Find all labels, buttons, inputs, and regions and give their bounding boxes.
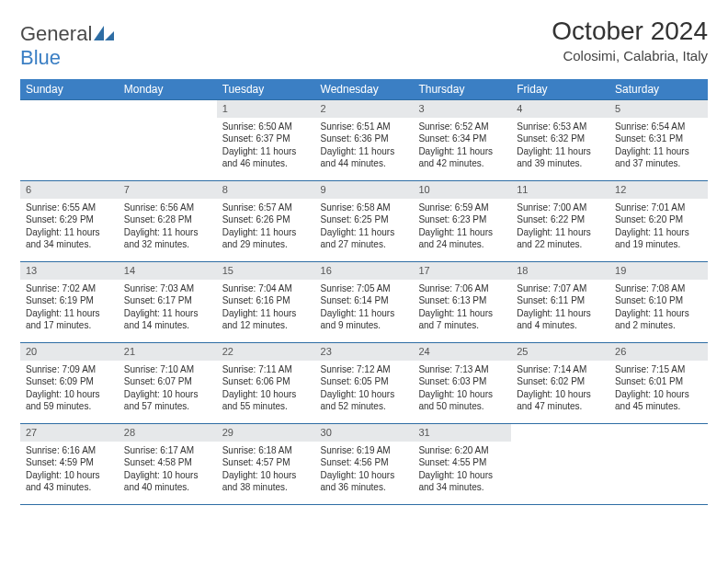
- day-dl: Daylight: 10 hours and 59 minutes.: [26, 388, 113, 413]
- day-dl: Daylight: 10 hours and 45 minutes.: [615, 388, 702, 413]
- logo-text: General Blue: [20, 22, 114, 70]
- day-sr: Sunrise: 6:50 AM: [222, 121, 310, 133]
- day-number: 22: [217, 343, 315, 361]
- day-dl: Daylight: 11 hours and 22 minutes.: [517, 226, 604, 251]
- day-sr: Sunrise: 7:13 AM: [418, 363, 506, 376]
- day-ss: Sunset: 6:06 PM: [222, 375, 310, 388]
- day-ss: Sunset: 6:25 PM: [321, 213, 408, 226]
- day-content: Sunrise: 6:16 AMSunset: 4:59 PMDaylight:…: [20, 442, 119, 496]
- day-number: 18: [511, 262, 609, 280]
- day-sr: Sunrise: 7:15 AM: [615, 363, 702, 376]
- location: Colosimi, Calabria, Italy: [552, 48, 708, 63]
- day-sr: Sunrise: 7:03 AM: [124, 282, 211, 295]
- day-ss: Sunset: 6:32 PM: [517, 132, 604, 145]
- calendar-cell: 26Sunrise: 7:15 AMSunset: 6:01 PMDayligh…: [609, 343, 708, 424]
- day-number: 20: [20, 343, 119, 361]
- day-sr: Sunrise: 7:05 AM: [321, 282, 408, 295]
- day-number: 3: [413, 100, 511, 118]
- day-number: 17: [413, 262, 511, 280]
- calendar-cell: 22Sunrise: 7:11 AMSunset: 6:06 PMDayligh…: [217, 343, 315, 424]
- day-dl: Daylight: 11 hours and 39 minutes.: [517, 145, 604, 170]
- calendar-cell: 27Sunrise: 6:16 AMSunset: 4:59 PMDayligh…: [20, 424, 119, 505]
- calendar-cell: 11Sunrise: 7:00 AMSunset: 6:22 PMDayligh…: [511, 181, 609, 262]
- day-sr: Sunrise: 7:12 AM: [321, 363, 408, 376]
- day-sr: Sunrise: 7:04 AM: [222, 282, 310, 295]
- day-sr: Sunrise: 7:11 AM: [222, 363, 310, 376]
- day-sr: Sunrise: 7:10 AM: [124, 363, 211, 376]
- day-content: Sunrise: 6:51 AMSunset: 6:36 PMDaylight:…: [315, 118, 414, 172]
- sail-icon: [94, 22, 114, 45]
- weekday-header: Wednesday: [315, 79, 414, 100]
- svg-marker-0: [94, 26, 104, 40]
- day-number: 29: [217, 424, 315, 442]
- day-sr: Sunrise: 6:59 AM: [418, 201, 506, 214]
- day-sr: Sunrise: 6:56 AM: [124, 201, 211, 214]
- day-ss: Sunset: 6:29 PM: [26, 213, 113, 226]
- calendar-row: 20Sunrise: 7:09 AMSunset: 6:09 PMDayligh…: [20, 343, 708, 424]
- day-content: Sunrise: 6:54 AMSunset: 6:31 PMDaylight:…: [609, 118, 708, 172]
- calendar-cell: 25Sunrise: 7:14 AMSunset: 6:02 PMDayligh…: [511, 343, 609, 424]
- day-ss: Sunset: 4:59 PM: [26, 456, 113, 469]
- day-ss: Sunset: 6:31 PM: [615, 132, 702, 145]
- day-number: 13: [20, 262, 119, 280]
- calendar-row: 6Sunrise: 6:55 AMSunset: 6:29 PMDaylight…: [20, 181, 708, 262]
- calendar-cell: 7Sunrise: 6:56 AMSunset: 6:28 PMDaylight…: [119, 181, 217, 262]
- month-title: October 2024: [552, 17, 708, 46]
- calendar-row: 1Sunrise: 6:50 AMSunset: 6:37 PMDaylight…: [20, 100, 708, 181]
- logo-text-part2: Blue: [20, 46, 61, 69]
- day-number: 7: [119, 181, 217, 199]
- calendar-cell: 18Sunrise: 7:07 AMSunset: 6:11 PMDayligh…: [511, 262, 609, 343]
- day-number: 21: [119, 343, 217, 361]
- day-sr: Sunrise: 6:16 AM: [26, 444, 113, 457]
- calendar-cell: 16Sunrise: 7:05 AMSunset: 6:14 PMDayligh…: [315, 262, 414, 343]
- day-ss: Sunset: 6:01 PM: [615, 375, 702, 388]
- calendar-cell: 12Sunrise: 7:01 AMSunset: 6:20 PMDayligh…: [609, 181, 708, 262]
- day-number: 16: [315, 262, 414, 280]
- calendar-cell: [119, 100, 217, 181]
- calendar-body: 1Sunrise: 6:50 AMSunset: 6:37 PMDaylight…: [20, 100, 708, 505]
- svg-marker-1: [105, 31, 114, 40]
- day-number: 24: [413, 343, 511, 361]
- day-dl: Daylight: 11 hours and 2 minutes.: [615, 307, 702, 332]
- day-content: Sunrise: 7:10 AMSunset: 6:07 PMDaylight:…: [119, 361, 217, 415]
- day-sr: Sunrise: 7:09 AM: [26, 363, 113, 376]
- day-number: 23: [315, 343, 414, 361]
- day-content: Sunrise: 6:56 AMSunset: 6:28 PMDaylight:…: [119, 199, 217, 253]
- day-content: Sunrise: 7:07 AMSunset: 6:11 PMDaylight:…: [511, 280, 609, 334]
- day-dl: Daylight: 10 hours and 40 minutes.: [124, 469, 211, 494]
- day-ss: Sunset: 6:07 PM: [124, 375, 211, 388]
- day-ss: Sunset: 6:20 PM: [615, 213, 702, 226]
- day-ss: Sunset: 6:13 PM: [418, 294, 506, 307]
- day-dl: Daylight: 11 hours and 7 minutes.: [418, 307, 506, 332]
- day-dl: Daylight: 11 hours and 19 minutes.: [615, 226, 702, 251]
- calendar-row: 13Sunrise: 7:02 AMSunset: 6:19 PMDayligh…: [20, 262, 708, 343]
- day-dl: Daylight: 11 hours and 29 minutes.: [222, 226, 310, 251]
- weekday-header: Sunday: [20, 79, 119, 100]
- day-content: Sunrise: 7:00 AMSunset: 6:22 PMDaylight:…: [511, 199, 609, 253]
- day-sr: Sunrise: 6:20 AM: [418, 444, 506, 457]
- calendar-cell: 9Sunrise: 6:58 AMSunset: 6:25 PMDaylight…: [315, 181, 414, 262]
- day-dl: Daylight: 11 hours and 17 minutes.: [26, 307, 113, 332]
- calendar-cell: 31Sunrise: 6:20 AMSunset: 4:55 PMDayligh…: [413, 424, 511, 505]
- day-dl: Daylight: 10 hours and 38 minutes.: [222, 469, 310, 494]
- day-ss: Sunset: 6:34 PM: [418, 132, 506, 145]
- day-dl: Daylight: 10 hours and 36 minutes.: [321, 469, 408, 494]
- day-dl: Daylight: 10 hours and 34 minutes.: [418, 469, 506, 494]
- day-content: Sunrise: 7:03 AMSunset: 6:17 PMDaylight:…: [119, 280, 217, 334]
- calendar-header: SundayMondayTuesdayWednesdayThursdayFrid…: [20, 79, 708, 100]
- weekday-header: Thursday: [413, 79, 511, 100]
- day-dl: Daylight: 11 hours and 12 minutes.: [222, 307, 310, 332]
- day-dl: Daylight: 10 hours and 57 minutes.: [124, 388, 211, 413]
- calendar-cell: 3Sunrise: 6:52 AMSunset: 6:34 PMDaylight…: [413, 100, 511, 181]
- weekday-header: Monday: [119, 79, 217, 100]
- day-sr: Sunrise: 6:17 AM: [124, 444, 211, 457]
- day-ss: Sunset: 6:19 PM: [26, 294, 113, 307]
- day-sr: Sunrise: 6:18 AM: [222, 444, 310, 457]
- day-content: Sunrise: 6:58 AMSunset: 6:25 PMDaylight:…: [315, 199, 414, 253]
- day-content: Sunrise: 6:20 AMSunset: 4:55 PMDaylight:…: [413, 442, 511, 496]
- day-ss: Sunset: 6:02 PM: [517, 375, 604, 388]
- day-ss: Sunset: 6:03 PM: [418, 375, 506, 388]
- day-content: Sunrise: 6:19 AMSunset: 4:56 PMDaylight:…: [315, 442, 414, 496]
- day-dl: Daylight: 11 hours and 9 minutes.: [321, 307, 408, 332]
- day-ss: Sunset: 6:23 PM: [418, 213, 506, 226]
